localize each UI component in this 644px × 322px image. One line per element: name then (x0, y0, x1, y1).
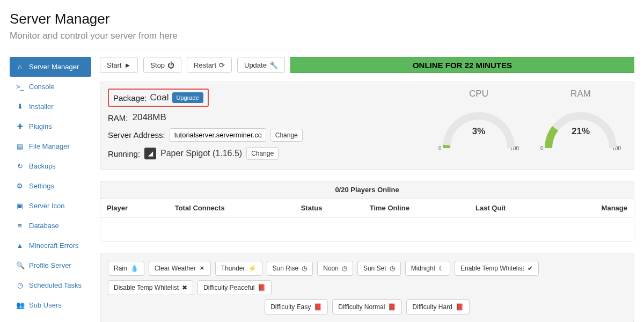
sidebar: ⌂Server Manager>_Console⬇Installer✚Plugi… (10, 57, 91, 322)
sidebar-item-console[interactable]: >_Console (10, 77, 91, 97)
clock-icon: ◷ (342, 265, 347, 272)
command-clear-weather[interactable]: Clear Weather☀ (149, 261, 211, 276)
package-box: Package: Coal Upgrade (108, 89, 209, 107)
sun-icon: ☀ (199, 265, 205, 272)
sidebar-item-label: Server Icon (29, 202, 64, 210)
sidebar-item-profile-server[interactable]: 🔍Profile Server (10, 255, 91, 275)
command-difficulty-normal[interactable]: Difficulty Normal📕 (332, 299, 402, 314)
command-rain[interactable]: Rain💧 (108, 261, 144, 276)
start-button[interactable]: Start► (100, 57, 138, 73)
book-icon: 📕 (314, 303, 322, 311)
clock-icon: ◷ (16, 281, 24, 289)
sidebar-item-label: Plugins (29, 122, 52, 130)
column-time-online: Time Online (363, 199, 469, 218)
sidebar-item-scheduled-tasks[interactable]: ◷Scheduled Tasks (10, 275, 91, 295)
sidebar-item-label: Sub Users (29, 301, 62, 309)
image-icon: ▣ (16, 202, 24, 210)
column-last-quit: Last Quit (469, 199, 555, 218)
status-bar: ONLINE FOR 22 MINUTES (290, 57, 634, 73)
sidebar-item-label: Installer (29, 103, 54, 111)
server-address-label: Server Address: (108, 130, 165, 140)
sidebar-item-server-manager[interactable]: ⌂Server Manager (10, 57, 91, 77)
running-label: Running: (108, 149, 140, 158)
change-jar-button[interactable]: Change (246, 147, 279, 160)
sidebar-item-plugins[interactable]: ✚Plugins (10, 116, 91, 136)
info-panel: Package: Coal Upgrade RAM: 2048MB Server… (100, 82, 634, 170)
sidebar-item-label: Profile Server (29, 261, 71, 269)
table-row (100, 218, 634, 241)
sidebar-item-label: File Manager (29, 142, 70, 150)
page-title: Server Manager (10, 11, 634, 27)
refresh-icon: ⟳ (219, 61, 225, 69)
sidebar-item-sub-users[interactable]: 👥Sub Users (10, 295, 91, 315)
package-value: Coal (150, 92, 169, 103)
ram-label: RAM: (108, 113, 128, 122)
page-subtitle: Monitor and control your server from her… (10, 31, 634, 41)
tint-icon: 💧 (130, 265, 138, 272)
search-icon: 🔍 (16, 261, 24, 269)
command-sun-set[interactable]: Sun Set◷ (357, 261, 401, 276)
clock-icon: ◷ (302, 265, 307, 272)
restart-button[interactable]: Restart⟳ (187, 57, 232, 73)
sidebar-item-label: Settings (29, 182, 54, 190)
divider (10, 49, 634, 49)
ram-value: 2048MB (133, 112, 166, 123)
sidebar-item-file-manager[interactable]: ▤File Manager (10, 136, 91, 156)
book-icon: 📕 (258, 284, 266, 291)
command-midnight[interactable]: Midnight☾ (405, 261, 450, 276)
command-difficulty-peaceful[interactable]: Difficulty Peaceful📕 (197, 280, 272, 295)
users-icon: 👥 (16, 301, 24, 309)
update-button[interactable]: Update🔧 (237, 57, 285, 73)
puzzle-icon: ✚ (16, 122, 24, 130)
column-status: Status (295, 199, 363, 218)
command-disable-temp-whitelist[interactable]: Disable Temp Whitelist✖ (108, 280, 193, 295)
command-sun-rise[interactable]: Sun Rise◷ (267, 261, 313, 276)
warning-icon: ▲ (16, 241, 24, 250)
bolt-icon: ⚡ (248, 265, 257, 272)
players-header: 0/20 Players Online (100, 181, 634, 199)
home-icon: ⌂ (16, 63, 24, 71)
sidebar-item-settings[interactable]: ⚙Settings (10, 176, 91, 196)
change-address-button[interactable]: Change (270, 129, 303, 142)
play-icon: ► (124, 61, 131, 69)
command-thunder[interactable]: Thunder⚡ (215, 261, 262, 276)
server-address-input[interactable] (170, 128, 266, 142)
gear-icon: ⚙ (16, 182, 24, 190)
file-icon: ▤ (16, 142, 24, 150)
clock-icon: ◷ (390, 265, 395, 272)
sidebar-item-label: Server Manager (29, 63, 79, 71)
package-label: Package: (113, 93, 147, 103)
sidebar-item-server-icon[interactable]: ▣Server Icon (10, 196, 91, 216)
cpu-gauge: CPU 3% 0100 (433, 89, 524, 165)
command-enable-temp-whitelist[interactable]: Enable Temp Whitelist✔ (455, 261, 539, 276)
moon-icon: ☾ (438, 265, 444, 272)
ram-gauge-value: 21% (540, 126, 621, 137)
sidebar-item-minecraft-errors[interactable]: ▲Minecraft Errors (10, 236, 91, 255)
command-difficulty-easy[interactable]: Difficulty Easy📕 (265, 299, 328, 314)
sidebar-item-label: Scheduled Tasks (29, 281, 82, 289)
commands-panel: Rain💧Clear Weather☀Thunder⚡Sun Rise◷Noon… (100, 253, 634, 323)
ram-gauge: RAM 21% 0100 (535, 89, 626, 165)
running-value: Paper Spigot (1.16.5) (160, 149, 242, 158)
upgrade-button[interactable]: Upgrade (172, 92, 203, 103)
command-difficulty-hard[interactable]: Difficulty Hard📕 (406, 299, 469, 314)
sidebar-item-label: Minecraft Errors (29, 241, 78, 250)
sidebar-item-label: Database (29, 222, 59, 230)
wrench-icon: 🔧 (269, 61, 278, 69)
players-panel: 0/20 Players Online PlayerTotal Connects… (100, 181, 634, 242)
sidebar-item-label: Backups (29, 162, 56, 170)
column-total-connects: Total Connects (169, 199, 295, 218)
sidebar-item-database[interactable]: ≡Database (10, 216, 91, 236)
players-table: PlayerTotal ConnectsStatusTime OnlineLas… (100, 199, 634, 241)
command-noon[interactable]: Noon◷ (317, 261, 353, 276)
book-icon: 📕 (456, 303, 464, 311)
sidebar-item-backups[interactable]: ↻Backups (10, 156, 91, 176)
paper-jar-icon: ◢ (144, 148, 156, 159)
stop-button[interactable]: Stop⏻ (143, 57, 181, 73)
database-icon: ≡ (16, 222, 24, 230)
ram-gauge-title: RAM (535, 89, 626, 99)
power-icon: ⏻ (167, 61, 174, 69)
check-icon: ✔ (528, 265, 533, 272)
sidebar-item-label: Console (29, 83, 55, 91)
sidebar-item-installer[interactable]: ⬇Installer (10, 97, 91, 116)
